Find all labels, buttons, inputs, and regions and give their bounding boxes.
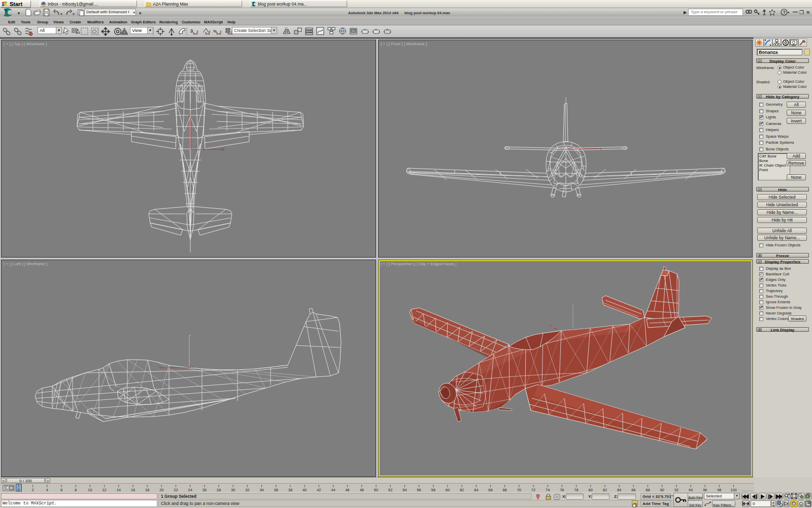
svg-text:?: ? [783,10,786,15]
svg-text:z: z [571,302,572,305]
svg-text:x: x [550,324,552,327]
svg-text:%: % [213,29,217,34]
svg-text:x: x [192,365,193,368]
svg-text:3: 3 [190,28,193,34]
svg-text:x: x [600,147,602,150]
svg-text:y: y [189,113,191,117]
